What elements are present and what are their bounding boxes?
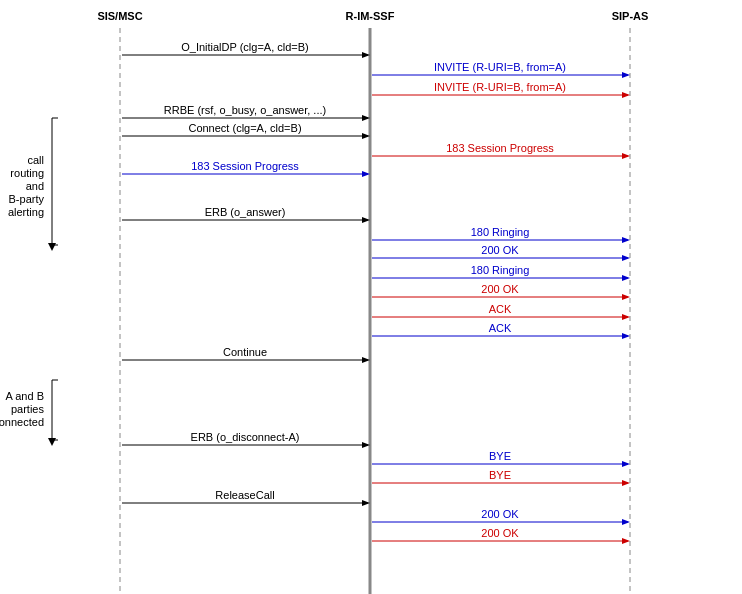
msg-label-m9: 180 Ringing: [471, 226, 530, 238]
msg-label-m12: 200 OK: [481, 283, 519, 295]
msg-label-m6: 183 Session Progress: [446, 142, 554, 154]
msg-label-m4: RRBE (rsf, o_busy, o_answer, ...): [164, 104, 326, 116]
side-label-0-line-2: and: [26, 180, 44, 192]
msg-label-m5: Connect (clg=A, cld=B): [188, 122, 301, 134]
msg-label-m20: 200 OK: [481, 508, 519, 520]
msg-label-m11: 180 Ringing: [471, 264, 530, 276]
msg-label-m1: O_InitialDP (clg=A, cld=B): [181, 41, 309, 53]
msg-label-m10: 200 OK: [481, 244, 519, 256]
side-label-0-line-1: routing: [10, 167, 44, 179]
msg-label-m14: ACK: [489, 322, 512, 334]
msg-label-m21: 200 OK: [481, 527, 519, 539]
msg-label-m19: ReleaseCall: [215, 489, 274, 501]
entity-label-sis: SIS/MSC: [97, 10, 142, 22]
side-label-0-line-3: B-party: [9, 193, 45, 205]
svg-marker-7: [48, 438, 56, 446]
msg-label-m7: 183 Session Progress: [191, 160, 299, 172]
sequence-diagram: SIS/MSCR-IM-SSFSIP-ASO_InitialDP (clg=A,…: [0, 0, 742, 594]
side-label-1-line-2: connected: [0, 416, 44, 428]
msg-label-m17: BYE: [489, 450, 511, 462]
svg-marker-3: [48, 243, 56, 251]
msg-label-m15: Continue: [223, 346, 267, 358]
msg-label-m18: BYE: [489, 469, 511, 481]
side-label-0-line-4: alerting: [8, 206, 44, 218]
msg-label-m16: ERB (o_disconnect-A): [191, 431, 300, 443]
entity-label-sipas: SIP-AS: [612, 10, 649, 22]
msg-label-m8: ERB (o_answer): [205, 206, 286, 218]
side-label-1-line-0: A and B: [5, 390, 44, 402]
entity-label-rim: R-IM-SSF: [346, 10, 395, 22]
side-label-1-line-1: parties: [11, 403, 45, 415]
msg-label-m13: ACK: [489, 303, 512, 315]
msg-label-m3: INVITE (R-URI=B, from=A): [434, 81, 566, 93]
msg-label-m2: INVITE (R-URI=B, from=A): [434, 61, 566, 73]
side-label-0-line-0: call: [27, 154, 44, 166]
